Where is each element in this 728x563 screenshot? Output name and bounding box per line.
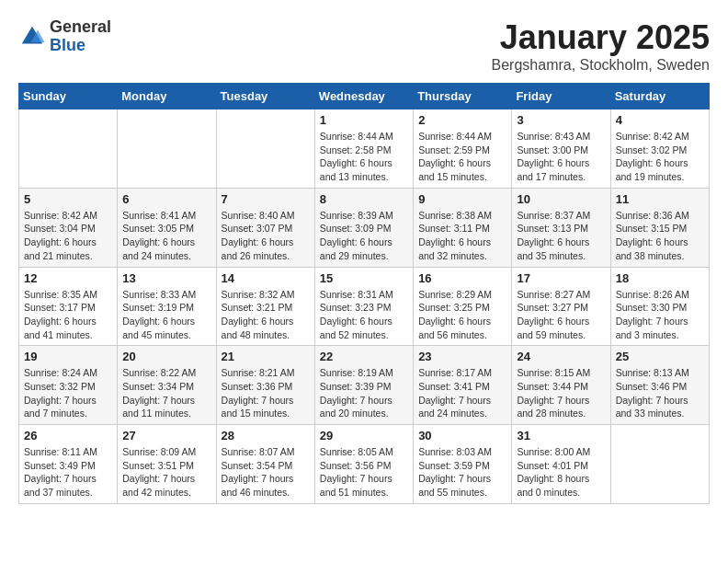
day-number: 13 [122, 271, 210, 285]
day-number: 25 [616, 350, 704, 363]
day-number: 1 [320, 113, 408, 127]
day-number: 28 [222, 429, 310, 442]
day-info: Sunrise: 8:27 AM Sunset: 3:27 PM Dayligh… [517, 288, 605, 342]
day-info: Sunrise: 8:37 AM Sunset: 3:13 PM Dayligh… [517, 209, 605, 263]
day-info: Sunrise: 8:29 AM Sunset: 3:25 PM Dayligh… [418, 288, 506, 342]
day-info: Sunrise: 8:03 AM Sunset: 3:59 PM Dayligh… [418, 445, 506, 500]
day-number: 19 [24, 350, 112, 363]
logo-general-text: General [50, 18, 111, 37]
calendar-cell: 5Sunrise: 8:42 AM Sunset: 3:04 PM Daylig… [19, 188, 118, 267]
calendar-cell: 25Sunrise: 8:13 AM Sunset: 3:46 PM Dayli… [610, 346, 709, 425]
weekday-header-friday: Friday [512, 84, 610, 109]
calendar-cell: 3Sunrise: 8:43 AM Sunset: 3:00 PM Daylig… [512, 109, 610, 189]
day-info: Sunrise: 8:44 AM Sunset: 2:59 PM Dayligh… [418, 130, 506, 184]
day-number: 14 [222, 271, 310, 285]
calendar-cell: 7Sunrise: 8:40 AM Sunset: 3:07 PM Daylig… [216, 188, 314, 267]
calendar-cell: 28Sunrise: 8:07 AM Sunset: 3:54 PM Dayli… [216, 425, 314, 504]
day-number: 24 [517, 350, 605, 363]
calendar-cell: 18Sunrise: 8:26 AM Sunset: 3:30 PM Dayli… [610, 267, 709, 346]
weekday-header-row: SundayMondayTuesdayWednesdayThursdayFrid… [19, 84, 710, 109]
calendar-cell: 12Sunrise: 8:35 AM Sunset: 3:17 PM Dayli… [19, 267, 118, 346]
day-info: Sunrise: 8:42 AM Sunset: 3:04 PM Dayligh… [24, 209, 112, 263]
calendar-cell: 9Sunrise: 8:38 AM Sunset: 3:11 PM Daylig… [414, 188, 512, 267]
day-number: 5 [24, 192, 112, 206]
calendar-cell: 6Sunrise: 8:41 AM Sunset: 3:05 PM Daylig… [118, 188, 216, 267]
day-info: Sunrise: 8:13 AM Sunset: 3:46 PM Dayligh… [616, 366, 704, 420]
weekday-header-saturday: Saturday [610, 84, 709, 109]
weekday-header-wednesday: Wednesday [314, 84, 413, 109]
day-number: 9 [418, 192, 506, 206]
day-info: Sunrise: 8:24 AM Sunset: 3:32 PM Dayligh… [24, 366, 112, 420]
calendar-cell: 16Sunrise: 8:29 AM Sunset: 3:25 PM Dayli… [414, 267, 512, 346]
calendar-cell: 31Sunrise: 8:00 AM Sunset: 4:01 PM Dayli… [512, 425, 610, 504]
day-info: Sunrise: 8:00 AM Sunset: 4:01 PM Dayligh… [517, 445, 605, 500]
day-info: Sunrise: 8:31 AM Sunset: 3:23 PM Dayligh… [320, 288, 408, 342]
day-number: 18 [616, 271, 704, 285]
weekday-header-tuesday: Tuesday [216, 84, 314, 109]
day-number: 23 [418, 350, 506, 363]
calendar-cell: 26Sunrise: 8:11 AM Sunset: 3:49 PM Dayli… [19, 425, 118, 504]
day-info: Sunrise: 8:26 AM Sunset: 3:30 PM Dayligh… [616, 288, 704, 342]
day-number: 21 [222, 350, 310, 363]
logo-text: General Blue [50, 18, 111, 55]
day-info: Sunrise: 8:35 AM Sunset: 3:17 PM Dayligh… [24, 288, 112, 342]
day-number: 26 [24, 429, 112, 442]
calendar-table: SundayMondayTuesdayWednesdayThursdayFrid… [18, 83, 710, 504]
calendar-cell: 14Sunrise: 8:32 AM Sunset: 3:21 PM Dayli… [216, 267, 314, 346]
day-info: Sunrise: 8:44 AM Sunset: 2:58 PM Dayligh… [320, 130, 408, 184]
calendar-cell: 15Sunrise: 8:31 AM Sunset: 3:23 PM Dayli… [314, 267, 413, 346]
day-number: 8 [320, 192, 408, 206]
logo-icon [18, 23, 46, 51]
title-area: January 2025 Bergshamra, Stockholm, Swed… [492, 18, 710, 74]
day-number: 6 [122, 192, 210, 206]
calendar-cell [118, 109, 216, 189]
calendar-week-1: 1Sunrise: 8:44 AM Sunset: 2:58 PM Daylig… [19, 109, 710, 189]
calendar-cell: 29Sunrise: 8:05 AM Sunset: 3:56 PM Dayli… [314, 425, 413, 504]
logo-blue-text: Blue [50, 37, 111, 55]
day-number: 29 [320, 429, 408, 442]
day-info: Sunrise: 8:21 AM Sunset: 3:36 PM Dayligh… [222, 366, 310, 420]
calendar-week-3: 12Sunrise: 8:35 AM Sunset: 3:17 PM Dayli… [19, 267, 710, 346]
weekday-header-monday: Monday [118, 84, 216, 109]
calendar-header: SundayMondayTuesdayWednesdayThursdayFrid… [19, 84, 710, 109]
day-number: 16 [418, 271, 506, 285]
calendar-cell: 1Sunrise: 8:44 AM Sunset: 2:58 PM Daylig… [314, 109, 413, 189]
calendar-cell: 20Sunrise: 8:22 AM Sunset: 3:34 PM Dayli… [118, 346, 216, 425]
calendar-title: January 2025 [492, 18, 710, 57]
day-info: Sunrise: 8:40 AM Sunset: 3:07 PM Dayligh… [222, 209, 310, 263]
weekday-header-thursday: Thursday [414, 84, 512, 109]
day-info: Sunrise: 8:36 AM Sunset: 3:15 PM Dayligh… [616, 209, 704, 263]
calendar-cell: 27Sunrise: 8:09 AM Sunset: 3:51 PM Dayli… [118, 425, 216, 504]
day-number: 31 [517, 429, 605, 442]
day-number: 20 [122, 350, 210, 363]
calendar-cell: 11Sunrise: 8:36 AM Sunset: 3:15 PM Dayli… [610, 188, 709, 267]
day-number: 11 [616, 192, 704, 206]
calendar-cell: 23Sunrise: 8:17 AM Sunset: 3:41 PM Dayli… [414, 346, 512, 425]
calendar-cell [610, 425, 709, 504]
weekday-header-sunday: Sunday [19, 84, 118, 109]
day-number: 7 [222, 192, 310, 206]
calendar-cell: 21Sunrise: 8:21 AM Sunset: 3:36 PM Dayli… [216, 346, 314, 425]
day-info: Sunrise: 8:05 AM Sunset: 3:56 PM Dayligh… [320, 445, 408, 500]
calendar-week-4: 19Sunrise: 8:24 AM Sunset: 3:32 PM Dayli… [19, 346, 710, 425]
logo: General Blue [18, 18, 111, 55]
day-info: Sunrise: 8:11 AM Sunset: 3:49 PM Dayligh… [24, 445, 112, 500]
calendar-week-2: 5Sunrise: 8:42 AM Sunset: 3:04 PM Daylig… [19, 188, 710, 267]
calendar-cell: 8Sunrise: 8:39 AM Sunset: 3:09 PM Daylig… [314, 188, 413, 267]
day-info: Sunrise: 8:41 AM Sunset: 3:05 PM Dayligh… [122, 209, 210, 263]
calendar-cell: 2Sunrise: 8:44 AM Sunset: 2:59 PM Daylig… [414, 109, 512, 189]
calendar-cell [216, 109, 314, 189]
day-info: Sunrise: 8:17 AM Sunset: 3:41 PM Dayligh… [418, 366, 506, 420]
calendar-week-5: 26Sunrise: 8:11 AM Sunset: 3:49 PM Dayli… [19, 425, 710, 504]
day-number: 22 [320, 350, 408, 363]
day-info: Sunrise: 8:39 AM Sunset: 3:09 PM Dayligh… [320, 209, 408, 263]
day-info: Sunrise: 8:32 AM Sunset: 3:21 PM Dayligh… [222, 288, 310, 342]
day-info: Sunrise: 8:19 AM Sunset: 3:39 PM Dayligh… [320, 366, 408, 420]
calendar-cell [19, 109, 118, 189]
calendar-subtitle: Bergshamra, Stockholm, Sweden [492, 57, 710, 74]
day-number: 10 [517, 192, 605, 206]
calendar-cell: 22Sunrise: 8:19 AM Sunset: 3:39 PM Dayli… [314, 346, 413, 425]
calendar-cell: 30Sunrise: 8:03 AM Sunset: 3:59 PM Dayli… [414, 425, 512, 504]
header: General Blue January 2025 Bergshamra, St… [18, 18, 710, 74]
day-number: 27 [122, 429, 210, 442]
